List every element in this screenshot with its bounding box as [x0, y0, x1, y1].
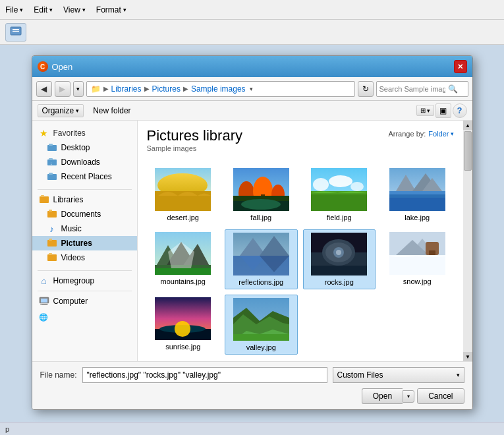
arrange-by-dropdown[interactable]: Folder ▾ [428, 130, 453, 138]
filetype-dropdown[interactable]: Custom Files ▾ [333, 367, 464, 383]
sidebar-item-desktop[interactable]: Desktop [32, 140, 137, 155]
open-button-group: Open ▾ [362, 388, 414, 404]
file-item-rocks[interactable]: rocks.jpg [303, 229, 376, 289]
dialog-body: ★ Favorites Desktop ↓ Downloads [32, 121, 472, 361]
library-header: Pictures library Sample images Arrange b… [147, 127, 454, 160]
cancel-button[interactable]: Cancel [417, 388, 464, 404]
new-folder-button[interactable]: New folder [89, 105, 134, 117]
sidebar-item-homegroup[interactable]: ⌂ Homegroup [32, 274, 137, 288]
nav-dropdown-button[interactable]: ▾ [73, 81, 84, 97]
file-item-mountains[interactable]: mountains.jpg [147, 229, 220, 289]
file-item-fall[interactable]: fall.jpg [225, 165, 298, 224]
scroll-up-arrow[interactable]: ▲ [463, 121, 472, 130]
file-thumbnail-snow [389, 232, 445, 275]
view-type-button[interactable]: ⊞ ▾ [416, 105, 434, 116]
view-controls: ⊞ ▾ ▣ ? [416, 103, 467, 118]
sidebar-item-recent-places[interactable]: Recent Places [32, 169, 137, 184]
main-area: C Open ✕ ◀ ▶ ▾ 📁 ▶ Libraries ▶ Pictures … [0, 45, 504, 435]
breadcrumb-pictures[interactable]: Pictures [152, 84, 181, 94]
file-item-field[interactable]: field.jpg [303, 165, 376, 224]
sidebar-item-documents[interactable]: Documents [32, 207, 137, 221]
arrange-chevron: ▾ [451, 130, 454, 137]
vertical-scrollbar[interactable]: ▲ ▼ [463, 121, 472, 361]
search-box[interactable]: 🔍 [376, 81, 468, 97]
scroll-down-arrow[interactable]: ▼ [463, 352, 472, 361]
sidebar: ★ Favorites Desktop ↓ Downloads [32, 121, 138, 361]
svg-rect-17 [49, 253, 52, 255]
file-name-valley: valley.jpg [246, 343, 276, 351]
file-name-desert: desert.jpg [167, 214, 199, 221]
svg-rect-14 [47, 240, 57, 246]
menu-edit-chevron: ▾ [49, 7, 53, 13]
sidebar-divider-1 [38, 189, 132, 190]
file-thumbnail-rocks [311, 233, 367, 276]
file-name-reflections: reflections.jpg [238, 278, 283, 286]
svg-rect-21 [40, 304, 48, 305]
svg-rect-10 [40, 196, 49, 203]
dialog-toolbar: Organize ▾ New folder ⊞ ▾ ▣ ? [32, 101, 472, 121]
file-item-reflections[interactable]: reflections.jpg [225, 229, 298, 289]
dialog-title-area: C Open [38, 61, 73, 72]
svg-rect-37 [311, 194, 367, 211]
dialog-title: Open [52, 62, 73, 72]
organize-button[interactable]: Organize ▾ [38, 104, 84, 117]
filename-input[interactable] [82, 367, 327, 383]
refresh-button[interactable]: ↻ [358, 81, 374, 97]
svg-rect-12 [47, 211, 57, 218]
scroll-track[interactable] [463, 130, 472, 352]
sidebar-item-network[interactable]: 🌐 [39, 311, 130, 324]
sidebar-item-music[interactable]: ♪ Music [32, 221, 137, 236]
breadcrumb-dropdown[interactable]: ▾ [250, 86, 253, 92]
file-grid: desert.jpg fall.jpg [147, 165, 454, 355]
menu-format[interactable]: Format ▾ [96, 5, 126, 14]
svg-point-40 [350, 182, 364, 191]
file-item-snow[interactable]: snow.jpg [381, 229, 454, 289]
sidebar-libraries-section: Libraries Documents ♪ Music [32, 192, 137, 265]
file-name-fall: fall.jpg [250, 214, 271, 221]
music-icon: ♪ [47, 223, 57, 234]
menu-edit[interactable]: Edit ▾ [34, 5, 53, 14]
dialog-close-button[interactable]: ✕ [454, 60, 467, 73]
status-bar: p [0, 422, 504, 435]
sidebar-item-pictures[interactable]: Pictures [32, 236, 137, 250]
svg-rect-47 [389, 198, 445, 211]
svg-rect-73 [429, 250, 435, 255]
file-name-snow: snow.jpg [403, 277, 432, 285]
svg-rect-13 [49, 210, 52, 212]
preview-pane-button[interactable]: ▣ [435, 103, 451, 118]
menu-file[interactable]: File ▾ [5, 5, 23, 14]
back-button[interactable]: ◀ [36, 81, 52, 97]
sidebar-item-computer[interactable]: Computer [32, 294, 137, 308]
file-item-desert[interactable]: desert.jpg [147, 165, 220, 224]
breadcrumb-libraries[interactable]: Libraries [111, 84, 142, 94]
open-dropdown-button[interactable]: ▾ [403, 390, 414, 403]
library-subtitle: Sample images [147, 144, 242, 152]
search-input[interactable] [379, 85, 445, 93]
file-view: Pictures library Sample images Arrange b… [138, 121, 463, 361]
forward-button[interactable]: ▶ [55, 81, 70, 97]
file-item-lake[interactable]: lake.jpg [381, 165, 454, 224]
sidebar-item-downloads[interactable]: ↓ Downloads [32, 155, 137, 169]
open-button[interactable]: Open [362, 388, 403, 404]
breadcrumb-sampleimages[interactable]: Sample images [191, 84, 246, 94]
svg-rect-8 [47, 174, 57, 180]
svg-rect-2 [13, 31, 19, 32]
scroll-thumb[interactable] [464, 131, 472, 171]
dialog-titlebar: C Open ✕ [32, 56, 472, 77]
downloads-folder-icon: ↓ [47, 157, 57, 167]
sidebar-item-videos[interactable]: Videos [32, 250, 137, 265]
search-icon: 🔍 [448, 84, 458, 94]
menu-view[interactable]: View ▾ [63, 5, 86, 14]
toolbar-icon-button[interactable] [5, 23, 26, 42]
svg-point-34 [241, 199, 281, 210]
file-item-valley[interactable]: valley.jpg [225, 295, 298, 355]
file-thumbnail-lake [389, 168, 445, 211]
file-thumbnail-sunrise [155, 297, 211, 340]
help-button[interactable]: ? [453, 103, 467, 118]
sidebar-item-favorites-header: ★ Favorites [32, 126, 137, 140]
library-title: Pictures library [147, 127, 242, 144]
file-view-area: Pictures library Sample images Arrange b… [138, 121, 472, 361]
pictures-icon [47, 238, 57, 248]
file-item-sunrise[interactable]: sunrise.jpg [147, 295, 220, 355]
dialog-footer: File name: Custom Files ▾ Open ▾ Cancel [32, 361, 472, 409]
